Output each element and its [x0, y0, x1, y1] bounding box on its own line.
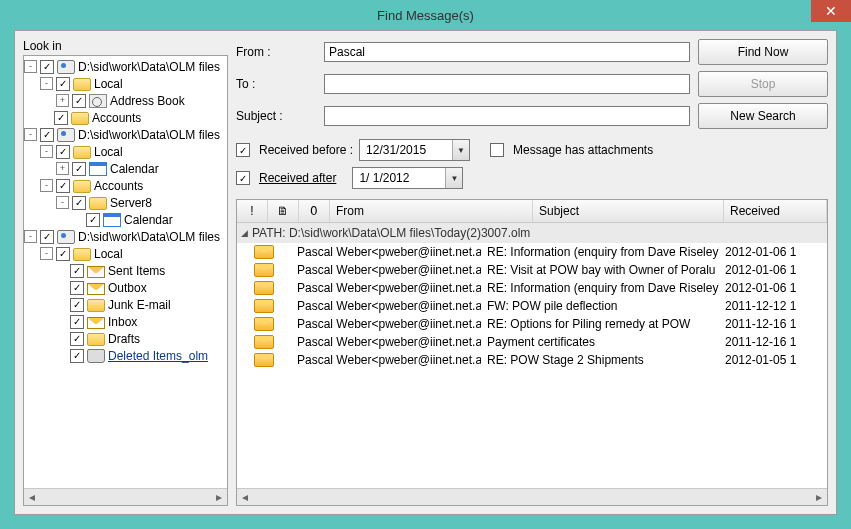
- cell-from: Pascal Weber<pweber@iinet.net.au>: [291, 281, 481, 295]
- folder-icon: [87, 333, 105, 346]
- cell-from: Pascal Weber<pweber@iinet.net.au>: [291, 299, 481, 313]
- expand-icon[interactable]: -: [40, 179, 53, 192]
- expand-icon: [56, 299, 67, 310]
- expand-icon[interactable]: -: [24, 230, 37, 243]
- subject-input[interactable]: [324, 106, 690, 126]
- to-input[interactable]: [324, 74, 690, 94]
- folder-icon: [87, 299, 105, 312]
- received-before-checkbox[interactable]: ✓: [236, 143, 250, 157]
- expand-icon[interactable]: -: [56, 196, 69, 209]
- message-row[interactable]: Pascal Weber<pweber@iinet.net.au>Payment…: [237, 333, 827, 351]
- tree-checkbox[interactable]: ✓: [54, 111, 68, 125]
- tree-node[interactable]: -✓Local: [24, 245, 227, 262]
- col-received[interactable]: Received: [724, 200, 827, 222]
- col-from[interactable]: From: [330, 200, 533, 222]
- tree-node[interactable]: ✓Outbox: [24, 279, 227, 296]
- tree-checkbox[interactable]: ✓: [72, 94, 86, 108]
- expand-icon[interactable]: -: [24, 128, 37, 141]
- col-clip-icon[interactable]: 𝟢: [299, 200, 330, 222]
- expand-icon[interactable]: -: [24, 60, 37, 73]
- tree-checkbox[interactable]: ✓: [72, 196, 86, 210]
- col-subject[interactable]: Subject: [533, 200, 724, 222]
- cell-from: Pascal Weber<pweber@iinet.net.au>: [291, 317, 481, 331]
- folder-tree[interactable]: -✓D:\sid\work\Data\OLM files-✓Local+✓Add…: [24, 56, 227, 505]
- tree-checkbox[interactable]: ✓: [40, 128, 54, 142]
- tree-checkbox[interactable]: ✓: [56, 145, 70, 159]
- tree-node[interactable]: -✓D:\sid\work\Data\OLM files: [24, 228, 227, 245]
- trash-icon: [87, 349, 105, 363]
- tree-node[interactable]: ✓Inbox: [24, 313, 227, 330]
- group-header[interactable]: ◢ PATH: D:\sid\work\Data\OLM files\Today…: [237, 223, 827, 243]
- dropdown-icon[interactable]: ▼: [452, 140, 469, 160]
- expand-icon[interactable]: +: [56, 94, 69, 107]
- tree-checkbox[interactable]: ✓: [40, 230, 54, 244]
- expand-icon[interactable]: -: [40, 77, 53, 90]
- received-after-picker[interactable]: 1/ 1/2012 ▼: [352, 167, 463, 189]
- scroll-right-icon[interactable]: ▸: [811, 489, 827, 505]
- tree-hscrollbar[interactable]: ◂ ▸: [24, 488, 227, 505]
- cell-received: 2012-01-05 1: [719, 353, 827, 367]
- tree-node[interactable]: ✓Drafts: [24, 330, 227, 347]
- tree-checkbox[interactable]: ✓: [40, 60, 54, 74]
- col-priority[interactable]: !: [237, 200, 268, 222]
- tree-node[interactable]: +✓Address Book: [24, 92, 227, 109]
- tree-checkbox[interactable]: ✓: [56, 179, 70, 193]
- message-row[interactable]: Pascal Weber<pweber@iinet.net.au>RE: Inf…: [237, 279, 827, 297]
- tree-container: -✓D:\sid\work\Data\OLM files-✓Local+✓Add…: [23, 55, 228, 506]
- tree-checkbox[interactable]: ✓: [70, 298, 84, 312]
- message-row[interactable]: Pascal Weber<pweber@iinet.net.au>FW: POW…: [237, 297, 827, 315]
- close-button[interactable]: ✕: [811, 0, 851, 22]
- tree-node[interactable]: ✓Junk E-mail: [24, 296, 227, 313]
- tree-node[interactable]: ✓Deleted Items_olm: [24, 347, 227, 364]
- tree-node[interactable]: -✓Local: [24, 75, 227, 92]
- tree-checkbox[interactable]: ✓: [56, 247, 70, 261]
- received-after-checkbox[interactable]: ✓: [236, 171, 250, 185]
- expand-icon: [72, 214, 83, 225]
- subject-label: Subject :: [236, 109, 316, 123]
- cal-icon: [103, 213, 121, 227]
- attachments-checkbox[interactable]: ✓: [490, 143, 504, 157]
- tree-checkbox[interactable]: ✓: [70, 332, 84, 346]
- expand-icon[interactable]: -: [40, 247, 53, 260]
- message-row[interactable]: Pascal Weber<pweber@iinet.net.au>RE: Inf…: [237, 243, 827, 261]
- from-input[interactable]: [324, 42, 690, 62]
- message-row[interactable]: Pascal Weber<pweber@iinet.net.au>RE: Opt…: [237, 315, 827, 333]
- dropdown-icon[interactable]: ▼: [445, 168, 462, 188]
- tree-checkbox[interactable]: ✓: [56, 77, 70, 91]
- tree-checkbox[interactable]: ✓: [70, 264, 84, 278]
- received-after-value: 1/ 1/2012: [353, 171, 445, 185]
- tree-node[interactable]: ✓Sent Items: [24, 262, 227, 279]
- results-hscrollbar[interactable]: ◂ ▸: [237, 488, 827, 505]
- cell-received: 2012-01-06 1: [719, 245, 827, 259]
- find-now-button[interactable]: Find Now: [698, 39, 828, 65]
- tree-checkbox[interactable]: ✓: [70, 349, 84, 363]
- cell-subject: RE: Information (enquiry from Dave Risel…: [481, 281, 719, 295]
- tree-node[interactable]: +✓Calendar: [24, 160, 227, 177]
- tree-node[interactable]: -✓Accounts: [24, 177, 227, 194]
- tree-node[interactable]: ✓Calendar: [24, 211, 227, 228]
- results-header: ! 🗎 𝟢 From Subject Received: [237, 200, 827, 223]
- collapse-icon[interactable]: ◢: [241, 228, 248, 238]
- message-row[interactable]: Pascal Weber<pweber@iinet.net.au>RE: Vis…: [237, 261, 827, 279]
- tree-checkbox[interactable]: ✓: [70, 315, 84, 329]
- col-attachment-icon[interactable]: 🗎: [268, 200, 299, 222]
- tree-checkbox[interactable]: ✓: [86, 213, 100, 227]
- tree-label: Inbox: [108, 315, 137, 329]
- scroll-left-icon[interactable]: ◂: [24, 489, 40, 505]
- received-before-picker[interactable]: 12/31/2015 ▼: [359, 139, 470, 161]
- tree-node[interactable]: ✓Accounts: [24, 109, 227, 126]
- tree-node[interactable]: -✓Local: [24, 143, 227, 160]
- scroll-right-icon[interactable]: ▸: [211, 489, 227, 505]
- expand-icon[interactable]: +: [56, 162, 69, 175]
- scroll-left-icon[interactable]: ◂: [237, 489, 253, 505]
- expand-icon[interactable]: -: [40, 145, 53, 158]
- tree-checkbox[interactable]: ✓: [70, 281, 84, 295]
- tree-checkbox[interactable]: ✓: [72, 162, 86, 176]
- stop-button: Stop: [698, 71, 828, 97]
- tree-node[interactable]: -✓Server8: [24, 194, 227, 211]
- tree-node[interactable]: -✓D:\sid\work\Data\OLM files: [24, 126, 227, 143]
- message-row[interactable]: Pascal Weber<pweber@iinet.net.au>RE: POW…: [237, 351, 827, 369]
- new-search-button[interactable]: New Search: [698, 103, 828, 129]
- message-rows: Pascal Weber<pweber@iinet.net.au>RE: Inf…: [237, 243, 827, 369]
- tree-node[interactable]: -✓D:\sid\work\Data\OLM files: [24, 58, 227, 75]
